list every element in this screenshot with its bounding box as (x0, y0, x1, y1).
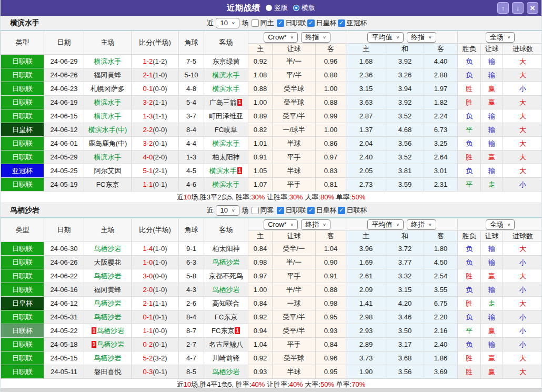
crow-away-odds: 0.90 (316, 256, 346, 269)
final-index-select-2[interactable]: 终指∨ (407, 32, 436, 43)
result-goals: 大 (503, 137, 542, 150)
result-text: 大 (519, 299, 526, 307)
same-venue-checkbox[interactable]: 同客 (252, 206, 274, 215)
competition-type: 日职联 (1, 150, 44, 164)
checked-checkbox-icon: ✓ (338, 207, 345, 214)
layout-radio-vertical[interactable]: 竖版 (266, 3, 288, 13)
league-label: 日皇杯 (316, 18, 337, 28)
crow-away-odds: 0.95 (316, 310, 346, 324)
section-header: 鸟栖沙岩 近 10 ∨ 场 同客 ✓日职联✓日皇杯✓日联杯 (1, 203, 541, 218)
avg-away-odds: 6.75 (424, 297, 458, 310)
result-outcome: 胜 (458, 351, 481, 365)
col-header-home: 主场 (84, 218, 132, 242)
summary-segment: 让胜率: (265, 193, 289, 201)
result-text: 平 (466, 180, 473, 188)
match-count-select[interactable]: 10 ∨ (216, 205, 239, 216)
corner-score: 2-7 (179, 338, 204, 351)
crow-handicap: 受半球 (273, 96, 316, 109)
crow-away-odds: 1.04 (316, 242, 346, 256)
results-body: 日职联24-06-29横滨水手1-2(1-2)7-5东京绿茵0.92半/一0.9… (1, 55, 542, 192)
col-header-away: 客场 (204, 218, 248, 242)
league-checkbox[interactable]: ✓日皇杯 (307, 18, 337, 28)
league-checkbox[interactable]: ✓亚冠杯 (338, 18, 367, 28)
same-venue-checkbox[interactable]: 同主 (252, 18, 274, 28)
result-goals: 大 (503, 365, 542, 379)
result-handicap: 赢 (481, 365, 503, 379)
result-outcome: 胜 (458, 82, 481, 96)
crow-handicap: 平/半 (273, 68, 316, 82)
avg-draw-odds: 3.68 (386, 351, 424, 365)
league-checkbox[interactable]: ✓日职联 (277, 18, 306, 28)
move-up-button[interactable]: ↑ (497, 2, 509, 14)
league-checkbox[interactable]: ✓日联杯 (338, 206, 367, 215)
away-team-name: 柏太阳神 (213, 153, 240, 161)
match-date: 24-06-26 (44, 68, 84, 82)
away-team: 柏太阳神 (204, 242, 248, 256)
bottom-scrollbar[interactable] (1, 388, 541, 392)
card-badge: 1 (235, 327, 240, 334)
bookmaker-select[interactable]: Crow*∨ (264, 219, 298, 230)
league-checkbox[interactable]: ✓日皇杯 (307, 206, 337, 215)
scope-select[interactable]: 全场∨ (486, 219, 515, 230)
result-goals: 大 (503, 297, 542, 310)
summary-segment: 单率: (334, 193, 352, 201)
final-index-select-2[interactable]: 终指∨ (407, 219, 436, 230)
corner-score: 1-3 (179, 150, 204, 164)
average-select[interactable]: 平均值∨ (367, 219, 404, 230)
result-goals: 大 (503, 55, 542, 68)
result-text: 输 (488, 286, 495, 294)
avg-home-odds: 1.41 (346, 297, 386, 310)
result-outcome: 负 (458, 338, 481, 351)
result-text: 负 (466, 313, 473, 321)
home-team-name: 鸟栖沙岩 (94, 313, 122, 321)
match-row: 日职联24-06-26大阪樱花1-0(1-0)6-3鸟栖沙岩0.98半/一0.9… (1, 256, 542, 269)
crow-away-odds: 0.99 (316, 109, 346, 123)
match-date: 24-05-29 (44, 150, 84, 164)
avg-home-odds: 1.37 (346, 123, 386, 137)
crow-home-odds: 1.04 (248, 338, 273, 351)
away-team: 广岛三箭1 (204, 96, 248, 109)
crow-away-odds: 0.83 (316, 164, 346, 178)
avg-draw-odds: 3.92 (386, 55, 424, 68)
crow-home-odds: 1.08 (248, 68, 273, 82)
avg-away-odds: 2.20 (424, 310, 458, 324)
away-team: 柏太阳神 (204, 150, 248, 164)
score-cell: 2-1(1-0) (132, 68, 179, 82)
result-outcome: 平 (458, 324, 481, 338)
competition-type: 日职联 (1, 137, 44, 150)
avg-away-odds: 1.97 (424, 82, 458, 96)
final-index-select[interactable]: 终指∨ (301, 32, 330, 43)
crow-group-header: Crow*∨ 终指∨ (248, 218, 346, 231)
subcol-avg-home: 主 (346, 231, 386, 242)
final-index-select[interactable]: 终指∨ (301, 219, 330, 230)
result-text: 大 (519, 167, 526, 175)
result-text: 输 (488, 313, 495, 321)
result-text: 小 (519, 258, 526, 266)
away-team: 京都不死鸟 (204, 269, 248, 283)
result-goals: 小 (503, 256, 542, 269)
close-button[interactable]: ✕ (527, 2, 538, 14)
home-team: 福冈黄蜂 (84, 283, 132, 297)
full-time-score: 3-2 (143, 98, 153, 106)
match-date: 24-05-11 (44, 365, 84, 379)
crow-home-odds: 1.01 (248, 137, 273, 150)
match-row: 日职联24-05-29横滨水手4-0(2-0)1-3柏太阳神0.91平手0.97… (1, 150, 542, 164)
avg-away-odds: 1.86 (424, 351, 458, 365)
average-select[interactable]: 平均值∨ (367, 32, 404, 43)
scope-select[interactable]: 全场∨ (486, 32, 515, 43)
result-goals: 大 (503, 68, 542, 82)
home-team-name: 鸟栖沙岩 (97, 340, 124, 348)
full-time-score: 3-0 (143, 272, 153, 280)
league-checkbox[interactable]: ✓日职联 (277, 206, 306, 215)
layout-radio-horizontal[interactable]: 横版 (293, 3, 315, 13)
match-count-select[interactable]: 10 ∨ (216, 18, 239, 28)
recent-results-panel: 近期战绩 竖版 横版 ↑ ↓ ✕ 横滨水手 近 10 (0, 0, 542, 392)
crow-handicap: 平手 (273, 338, 316, 351)
bookmaker-select[interactable]: Crow*∨ (264, 32, 298, 43)
avg-draw-odds: 3.56 (386, 365, 424, 379)
move-down-button[interactable]: ↓ (512, 2, 524, 14)
home-team: 鹿岛鹿角(中) (84, 137, 132, 150)
full-time-score: 4-0 (143, 153, 153, 161)
chevron-down-icon: ∨ (290, 223, 294, 227)
results-table: 类型 日期 主场 比分(半场) 角球 客场 Crow*∨ 终指∨ (1, 31, 542, 192)
